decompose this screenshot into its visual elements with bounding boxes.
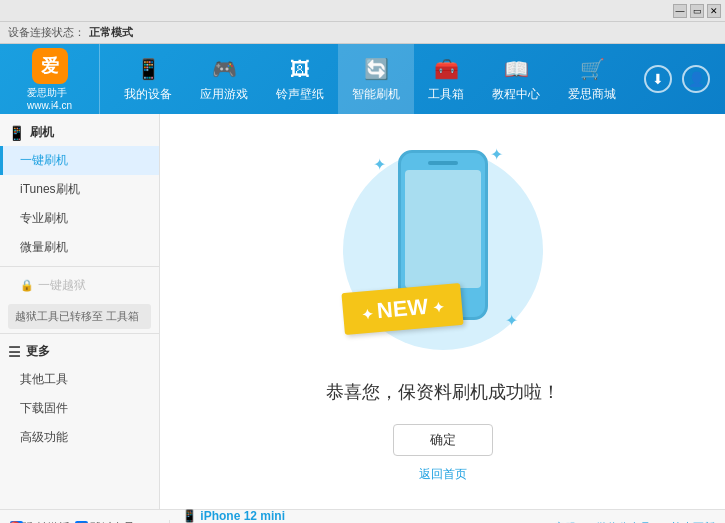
nav-items: 📱 我的设备 🎮 应用游戏 🖼 铃声壁纸 🔄 智能刷机 🧰 工具箱 📖 教程中心…	[100, 44, 644, 114]
success-message: 恭喜您，保资料刷机成功啦！	[326, 380, 560, 404]
back-home-link[interactable]: 返回首页	[419, 466, 467, 483]
sidebar-item-one-click-flash[interactable]: 一键刷机	[0, 146, 159, 175]
nav-appstore-label: 爱思商城	[568, 86, 616, 103]
sidebar-divider-2	[0, 333, 159, 334]
apps-games-icon: 🎮	[210, 55, 238, 83]
content-area: ✦ ✦ ✦ ✦ NEW ✦ 恭喜您，保资料刷机成功啦！ 确定 返回首页	[160, 114, 725, 509]
nav-smart-flash[interactable]: 🔄 智能刷机	[338, 44, 414, 114]
status-value: 正常模式	[89, 25, 133, 40]
sidebar-item-advanced[interactable]: 高级功能	[0, 423, 159, 452]
wallpaper-icon: 🖼	[286, 55, 314, 83]
more-section-icon: ☰	[8, 344, 21, 360]
smart-flash-icon: 🔄	[362, 55, 390, 83]
appstore-icon: 🛒	[578, 55, 606, 83]
logo[interactable]: 爱 爱思助手 www.i4.cn	[0, 44, 100, 114]
nav-apps-games-label: 应用游戏	[200, 86, 248, 103]
restore-button[interactable]: ▭	[690, 4, 704, 18]
nav-my-device[interactable]: 📱 我的设备	[110, 44, 186, 114]
sidebar-section-flash: 📱 刷机	[0, 119, 159, 146]
flash-section-title: 刷机	[30, 124, 54, 141]
sidebar-item-micro-flash[interactable]: 微量刷机	[0, 233, 159, 262]
tutorial-icon: 📖	[502, 55, 530, 83]
nav-toolbox[interactable]: 🧰 工具箱	[414, 44, 478, 114]
nav-appstore[interactable]: 🛒 爱思商城	[554, 44, 630, 114]
download-button[interactable]: ⬇	[644, 65, 672, 93]
sidebar-item-pro-flash[interactable]: 专业刷机	[0, 204, 159, 233]
nav-my-device-label: 我的设备	[124, 86, 172, 103]
main-area: 📱 刷机 一键刷机 iTunes刷机 专业刷机 微量刷机 🔒 一键越狱 越狱工具…	[0, 114, 725, 509]
minimize-button[interactable]: —	[673, 4, 687, 18]
nav-tutorial-label: 教程中心	[492, 86, 540, 103]
sidebar-section-more: ☰ 更多	[0, 338, 159, 365]
sparkle-2: ✦	[490, 145, 503, 164]
sidebar: 📱 刷机 一键刷机 iTunes刷机 专业刷机 微量刷机 🔒 一键越狱 越狱工具…	[0, 114, 160, 509]
logo-icon: 爱	[32, 48, 68, 84]
status-label-text: 设备连接状态：	[8, 25, 85, 40]
nav-apps-games[interactable]: 🎮 应用游戏	[186, 44, 262, 114]
title-bar: — ▭ ✕	[0, 0, 725, 22]
nav-tutorial[interactable]: 📖 教程中心	[478, 44, 554, 114]
jailbreak-notice: 越狱工具已转移至 工具箱	[8, 304, 151, 329]
sparkle-1: ✦	[373, 155, 386, 174]
sidebar-section-jailbreak: 🔒 一键越狱	[0, 271, 159, 300]
sparkle-3: ✦	[505, 311, 518, 330]
user-button[interactable]: 👤	[682, 65, 710, 93]
sidebar-item-download-firmware[interactable]: 下载固件	[0, 394, 159, 423]
header: 爱 爱思助手 www.i4.cn 📱 我的设备 🎮 应用游戏 🖼 铃声壁纸 🔄 …	[0, 44, 725, 114]
phone-icon-small: 📱	[182, 509, 200, 523]
toolbox-icon: 🧰	[432, 55, 460, 83]
close-button[interactable]: ✕	[707, 4, 721, 18]
status-bar: 设备连接状态： 正常模式	[0, 22, 725, 44]
window-controls[interactable]: — ▭ ✕	[673, 4, 721, 18]
phone-speaker	[428, 161, 458, 165]
nav-toolbox-label: 工具箱	[428, 86, 464, 103]
device-name: 📱 iPhone 12 mini	[182, 509, 468, 523]
my-device-icon: 📱	[134, 55, 162, 83]
confirm-button[interactable]: 确定	[393, 424, 493, 456]
sidebar-item-other-tools[interactable]: 其他工具	[0, 365, 159, 394]
sidebar-item-itunes-flash[interactable]: iTunes刷机	[0, 175, 159, 204]
nav-wallpaper[interactable]: 🖼 铃声壁纸	[262, 44, 338, 114]
nav-smart-flash-label: 智能刷机	[352, 86, 400, 103]
itunes-status: ⛔ 阻止iTunes运行	[0, 509, 107, 523]
nav-right-buttons: ⬇ 👤	[644, 65, 725, 93]
flash-section-icon: 📱	[8, 125, 25, 141]
bottom-bar: 自动激活 跳过向导 📱 iPhone 12 mini 64GB Down-12m…	[0, 509, 725, 523]
phone-illustration: ✦ ✦ ✦ ✦ NEW ✦	[353, 140, 533, 360]
lock-icon: 🔒	[20, 279, 34, 292]
nav-wallpaper-label: 铃声壁纸	[276, 86, 324, 103]
device-info: 📱 iPhone 12 mini 64GB Down-12mini-13.1	[170, 509, 480, 524]
sidebar-divider-1	[0, 266, 159, 267]
phone-screen	[405, 170, 481, 288]
logo-text: 爱思助手 www.i4.cn	[27, 86, 72, 111]
